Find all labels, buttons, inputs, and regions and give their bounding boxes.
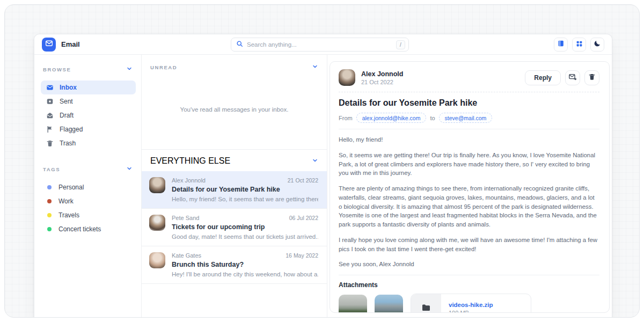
sidebar-item-label: Flagged (60, 126, 83, 133)
mail-list: Alex Jonnold 21 Oct 2022 Details for our… (142, 171, 327, 318)
flag-icon (46, 126, 54, 133)
unread-section-header[interactable]: UNREAD (142, 55, 327, 75)
reader-panel: Alex Jonnold 21 Oct 2022 Reply (327, 55, 612, 318)
unread-section: UNREAD You've read all messages in your … (142, 55, 327, 149)
mail-subject: Tickets for our upcoming trip (172, 223, 318, 231)
from-label: From (339, 115, 353, 121)
body-paragraph: See you soon, Alex Jonnold (339, 260, 599, 269)
chevron-down-icon[interactable] (312, 156, 318, 166)
search-icon (236, 40, 243, 49)
mail-preview: Good day, mate! It seems that our ticket… (172, 233, 318, 240)
mail-date: 06 Jul 2022 (289, 215, 318, 221)
tag-item-work[interactable]: Work (41, 194, 136, 208)
photo-attachment-valley[interactable] (339, 295, 367, 313)
sidebar-item-label: Trash (60, 140, 76, 147)
sidebar-item-flagged[interactable]: Flagged (41, 122, 136, 136)
search-bar[interactable]: / (231, 38, 409, 52)
attachments-row: videos-hike.zip 100 MB (339, 294, 599, 313)
email-app-window: Email / (34, 34, 612, 318)
tag-item-personal[interactable]: Personal (41, 180, 136, 194)
inbox-icon (46, 84, 54, 91)
mail-preview: Hello, my friend! So, it seems that we a… (172, 196, 318, 202)
tag-label: Work (58, 197, 74, 205)
everything-else-section-header[interactable]: EVERYTHING ELSE (142, 149, 327, 171)
sidebar-item-trash[interactable]: Trash (41, 136, 136, 150)
forward-button[interactable] (565, 70, 580, 85)
from-email-pill[interactable]: alex.jonnold@hike.com (356, 113, 427, 123)
mail-list-item[interactable]: Pete Sand 06 Jul 2022 Tickets for our up… (142, 209, 327, 246)
zip-icon-pane (411, 294, 441, 313)
book-button[interactable] (554, 38, 568, 52)
browse-section-header[interactable]: BROWSE (41, 62, 136, 76)
tags-section: TAGS Personal Work (41, 162, 136, 236)
sidebar-item-sent[interactable]: Sent (41, 94, 136, 108)
photo-attachment-half-dome[interactable] (375, 295, 403, 313)
email-subject: Details for our Yosemite Park hike (339, 98, 599, 108)
search-shortcut-badge: / (396, 40, 405, 49)
dark-mode-button[interactable] (590, 38, 604, 52)
mail-list-item[interactable]: Alex Jonnold 21 Oct 2022 Details for our… (142, 171, 327, 209)
zip-meta: videos-hike.zip 100 MB (441, 294, 502, 313)
browse-label: BROWSE (43, 67, 71, 72)
tag-dot (47, 227, 52, 231)
page-background-card: Email / (4, 4, 640, 318)
grid-icon (576, 40, 583, 49)
moon-icon (594, 40, 601, 49)
apps-grid-button[interactable] (572, 38, 586, 52)
tag-label: Concert tickets (58, 225, 101, 233)
sidebar-item-draft[interactable]: Draft (41, 108, 136, 122)
email-detail-card: Alex Jonnold 21 Oct 2022 Reply (330, 61, 610, 313)
reply-button[interactable]: Reply (525, 70, 561, 85)
mail-sender: Pete Sand (172, 215, 199, 221)
divider (339, 129, 599, 129)
from-to-row: From alex.jonnold@hike.com to steve@mail… (339, 113, 599, 123)
mail-preview: Hey! I'll be around the city this weeken… (172, 271, 318, 277)
body-paragraph: There are plenty of amazing things to se… (339, 184, 599, 229)
avatar (149, 215, 165, 231)
email-header: Alex Jonnold 21 Oct 2022 Reply (339, 69, 599, 86)
mail-item-body: Pete Sand 06 Jul 2022 Tickets for our up… (172, 215, 318, 240)
delete-button[interactable] (584, 70, 599, 85)
tag-item-travels[interactable]: Travels (41, 208, 136, 222)
tag-dot (47, 199, 52, 203)
folder-icon (421, 303, 431, 313)
zip-attachment-card[interactable]: videos-hike.zip 100 MB (411, 294, 531, 313)
trash-icon (588, 73, 596, 83)
mail-date: 16 May 2022 (286, 252, 318, 259)
mail-item-body: Kate Gates 16 May 2022 Brunch this Satur… (172, 252, 318, 277)
sidebar: BROWSE Inbox (34, 55, 142, 318)
unread-empty-message: You've read all messages in your inbox. (142, 75, 327, 149)
zip-file-name[interactable]: videos-hike.zip (449, 302, 493, 308)
to-label: to (430, 115, 435, 121)
search-input[interactable] (247, 41, 392, 48)
sidebar-item-label: Draft (60, 112, 74, 119)
forward-mail-icon (568, 72, 577, 83)
chevron-down-icon[interactable] (312, 62, 318, 72)
sidebar-item-label: Inbox (60, 84, 77, 91)
tags-label: TAGS (43, 166, 60, 172)
avatar (149, 252, 165, 268)
tag-label: Personal (58, 184, 84, 191)
topbar: Email / (34, 34, 612, 55)
app-title: Email (61, 40, 80, 48)
body-paragraph: So, it seems we are getting there! Our t… (339, 151, 599, 178)
tag-dot (47, 185, 52, 189)
mail-list-item[interactable]: Kate Gates 16 May 2022 Brunch this Satur… (142, 246, 327, 284)
tag-label: Travels (58, 211, 79, 219)
tags-nav: Personal Work Travels Concert ticke (41, 180, 136, 236)
tag-item-concert-tickets[interactable]: Concert tickets (41, 222, 136, 236)
mail-subject: Details for our Yosemite Park hike (172, 186, 318, 193)
trash-icon (46, 140, 54, 147)
chevron-down-icon[interactable] (126, 64, 133, 74)
chevron-down-icon[interactable] (126, 164, 133, 174)
mail-sender: Alex Jonnold (172, 177, 206, 184)
everything-else-label: EVERYTHING ELSE (150, 156, 230, 166)
mail-date: 21 Oct 2022 (288, 177, 318, 184)
sidebar-item-inbox[interactable]: Inbox (41, 80, 136, 94)
tags-section-header[interactable]: TAGS (41, 162, 136, 176)
sidebar-item-label: Sent (60, 98, 73, 105)
draft-icon (46, 112, 54, 119)
attachments-label: Attachments (339, 281, 599, 289)
to-email-pill[interactable]: steve@mail.com (439, 113, 493, 123)
divider (339, 92, 599, 92)
